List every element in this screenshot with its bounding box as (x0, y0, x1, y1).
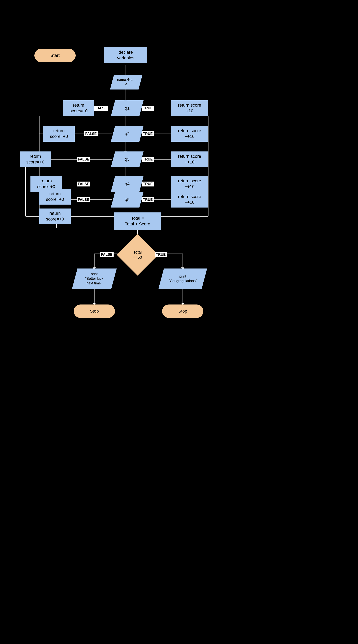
return-score-q5-false2: return score=+0 (39, 208, 71, 224)
flowchart: Start declare variables name>Nam e q1 FA… (0, 0, 358, 644)
stop1-label: Stop (90, 308, 99, 314)
q3-true-label: TRUE (142, 157, 154, 162)
print-better-luck-label: print "Better luck next time" (85, 272, 103, 286)
print-better-luck-shape: print "Better luck next time" (72, 268, 117, 289)
return-score-q3-false: return score=+0 (20, 152, 51, 167)
return-score-q4-true: return score ++10 (171, 176, 208, 192)
q4-false-label: FALSE (77, 182, 90, 186)
q1-shape: q1 (111, 100, 144, 116)
q1-true-label: TRUE (142, 106, 154, 111)
q2-shape: q2 (111, 126, 144, 142)
return-score-q3-true: return score ++10 (171, 152, 208, 167)
total-check-shape: Total ==50 (117, 234, 158, 276)
q2-true-label: TRUE (142, 132, 154, 136)
q1-label: q1 (125, 106, 130, 111)
return-score-q1-false: return score=+0 (63, 100, 94, 116)
stop2-label: Stop (178, 308, 187, 314)
input-name-label: name>Nam e (117, 78, 136, 87)
total-calc-shape: Total = Total + Score (114, 212, 161, 230)
total-true-label: TRUE (155, 252, 167, 257)
q2-label: q2 (125, 131, 130, 137)
q3-label: q3 (125, 156, 130, 162)
print-congrats-shape: print "Congragulations" (158, 268, 207, 289)
stop2-shape: Stop (162, 304, 203, 318)
total-calc-label: Total = Total + Score (125, 216, 150, 227)
stop1-shape: Stop (74, 304, 115, 318)
declare-variables-label: declare variables (117, 50, 134, 61)
q5-label: q5 (125, 197, 130, 202)
q2-false-label: FALSE (84, 132, 98, 136)
q4-true-label: TRUE (142, 182, 154, 186)
return-score-q2-false: return score=+0 (43, 126, 75, 142)
q4-label: q4 (125, 181, 130, 187)
total-check-label: Total ==50 (133, 250, 142, 260)
total-false-label: FALSE (100, 252, 114, 257)
q1-false-label: FALSE (94, 106, 108, 111)
q5-shape: q5 (111, 192, 144, 208)
q5-true-label: TRUE (142, 197, 154, 202)
q5-false-label: FALSE (77, 197, 90, 202)
return-score-q1-true: return score +10 (171, 100, 208, 116)
q4-shape: q4 (111, 176, 144, 192)
declare-variables-shape: declare variables (104, 47, 147, 63)
arrows-svg (0, 0, 358, 644)
return-score-q5-false1: return score=+0 (39, 189, 71, 204)
q3-shape: q3 (111, 152, 144, 167)
print-congrats-label: print "Congragulations" (169, 274, 197, 284)
q3-false-label: FALSE (77, 157, 90, 162)
return-score-q2-true: return score ++10 (171, 126, 208, 142)
input-name-shape: name>Nam e (110, 75, 143, 90)
return-score-q5-true: return score ++10 (171, 192, 208, 208)
start-shape: Start (34, 49, 76, 62)
start-label: Start (50, 53, 59, 58)
